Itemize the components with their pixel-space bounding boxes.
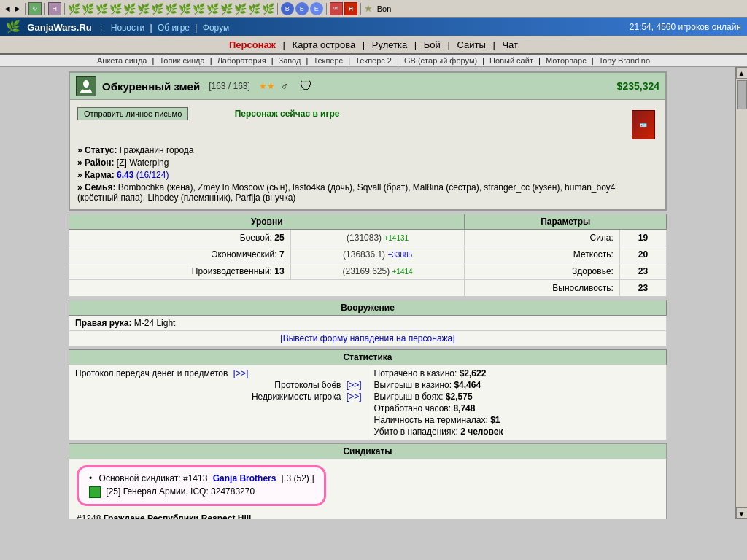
syndicate-name-0: Граждане Республики Respect Hill [104,513,252,519]
send-message-button[interactable]: Отправить личное письмо [77,107,188,120]
character-header: Обкуренный змей [163 / 163] ★★ ♂ 🛡 $235,… [69,71,667,211]
cannabis-icon-14: 🌿 [248,3,260,15]
fights-won-row: Выигрыш в боях: $2,575 [374,392,661,402]
scroll-thumb[interactable] [737,80,747,109]
hours-label: Отработано часов: [374,403,452,413]
nav-forum-link[interactable]: Форум [203,23,229,33]
econ-label: Экономический: 7 [69,246,291,263]
subnav-link-9[interactable]: Моторваpc [546,56,587,65]
scrollbar-track[interactable]: ▲ ▼ [735,67,747,519]
status-value: Гражданин города [120,145,194,155]
transfer-label: Протокол передач денег и предметов [75,368,228,378]
weapons-table: Вооружение Правая рука: М-24 Light [Выве… [69,300,667,346]
right-hand-value: М-24 Light [134,318,176,328]
bookmark-icon[interactable]: ★ [364,3,373,14]
cannabis-icon-13: 🌿 [234,3,247,15]
refresh-icon[interactable]: ↻ [28,2,42,15]
econ-value: 7 [279,249,285,260]
nav-character[interactable]: Персонаж [229,39,276,50]
terminal-label: Наличность на терминалах: [374,415,488,425]
subnav-link-3[interactable]: Лаборатория [217,56,266,65]
char-district-row: » Район: [Z] Waterping [77,158,658,168]
karma-label: » Карма: [77,170,115,180]
casino-won-label: Выигрыш в казино: [374,380,452,390]
attack-link[interactable]: [Вывести форму нападения на персонажа] [280,333,454,343]
health-value: 23 [619,263,666,280]
nav-fight[interactable]: Бой [424,39,441,50]
nav-chat[interactable]: Чат [502,39,518,50]
forward-icon[interactable]: ► [13,4,22,14]
accuracy-value: 20 [619,246,666,263]
nav-sites[interactable]: Сайты [457,39,485,50]
nav-sep-4: | [447,39,452,50]
transfer-link[interactable]: [>>] [233,368,249,378]
cannabis-icon-11: 🌿 [206,3,219,15]
right-hand-label: Правая рука: [75,318,131,328]
family-value: Bombochka (жена), Zmey In Moscow (сын), … [77,182,616,203]
character-body: Отправить личное письмо Персонаж сейчас … [70,100,665,209]
pipe-1: | [150,23,152,33]
scroll-up-button[interactable]: ▲ [736,67,748,79]
cannabis-icon-2: 🌿 [82,3,94,15]
prod-xp: (23169.625) +1414 [290,263,465,280]
district-value: [Z] Waterping [117,158,169,168]
char-family-row: » Семья: Bombochka (жена), Zmey In Mosco… [77,182,658,203]
property-link[interactable]: [>>] [347,392,362,402]
syndicates-header: Синдикаты [69,444,666,459]
combat-label: Боевой: 25 [69,230,291,246]
nav-sep-1: | [283,39,288,50]
scroll-down-button[interactable]: ▼ [736,508,748,519]
subnav-link-1[interactable]: Анкета синда [97,56,147,65]
subnav-link-6[interactable]: Текперс 2 [355,56,392,65]
prod-label: Производственный: 13 [69,263,291,280]
weapon-right-hand: Правая рука: М-24 Light [69,316,667,331]
accuracy-label: Меткость: [465,246,619,263]
attack-link-cell[interactable]: [Вывести форму нападения на персонажа] [69,331,667,346]
cannabis-icon-8: 🌿 [165,3,177,15]
nav-map[interactable]: Карта острова [293,39,356,50]
cannabis-icon-3: 🌿 [96,3,108,15]
back-icon[interactable]: ◄ [3,4,12,14]
syndicates-section: Синдикаты • Основной синдикат: #1413 Gan… [69,443,667,519]
passport-widget: 🪪 [632,110,655,139]
casino-spent-value: $2,622 [460,368,487,378]
transfer-row: Протокол передач денег и предметов [>>] [75,368,362,378]
strength-value: 19 [619,230,666,246]
cannabis-icon-6: 🌿 [137,3,150,15]
subnav-link-2[interactable]: Топик синда [159,56,204,65]
gender-icon: ♂ [281,80,289,92]
subnav-link-4[interactable]: Завод [279,56,301,65]
main-syndicate-info: [ 3 (52) ] [282,473,314,483]
property-row: Недвижимость игрока [>>] [75,392,362,402]
fights-won-value: $2,575 [446,392,473,402]
family-label: » Семья: [77,182,115,192]
star-icons: ★★ [259,81,275,91]
subnav-link-5[interactable]: Текперс [313,56,343,65]
titlebar: 🌿 GanjaWars.Ru : Новости | Об игре | Фор… [0,18,747,36]
nav-roulette[interactable]: Рулетка [372,39,407,50]
nav-icon-circle-e: E [310,2,323,15]
nav-news-link[interactable]: Новости [111,23,144,33]
rank-text: [25] Генерал Армии, ICQ: 324783270 [106,486,255,497]
main-syndicate-name[interactable]: Ganja Brothers [213,473,276,483]
main-syndicate-prefix: Основной синдикат: #1413 [99,473,208,483]
separator: : [100,23,102,33]
nav-about-link[interactable]: Об игре [158,23,190,33]
nav-icon-circle-b: B [281,2,294,15]
home-icon[interactable]: H [48,2,61,15]
cannabis-icon-15: 🌿 [262,3,274,15]
main-syndicate-card: • Основной синдикат: #1413 Ganja Brother… [77,465,326,506]
stats-right-col: Потрачено в казино: $2,622 Выигрыш в каз… [368,365,667,440]
subnav-link-10[interactable]: Tony Brandino [599,56,650,65]
hours-row: Отработано часов: 8,748 [374,403,661,413]
main-syndicate-rank: [25] Генерал Армии, ICQ: 324783270 [89,486,314,498]
fights-link[interactable]: [>>] [347,380,362,390]
syndicate-item-0: #1248 Граждане Республики Respect Hill [77,513,659,519]
site-name[interactable]: GanjaWars.Ru [27,22,91,33]
subnav-link-8[interactable]: Новый сайт [489,56,533,65]
subnav-link-7[interactable]: GB (старый форум) [404,56,477,65]
karma-link[interactable]: (16/124) [136,170,169,180]
site-cannabis-icon: 🌿 [6,20,20,33]
cannabis-icon-9: 🌿 [179,3,191,15]
terminal-value: $1 [490,415,500,425]
